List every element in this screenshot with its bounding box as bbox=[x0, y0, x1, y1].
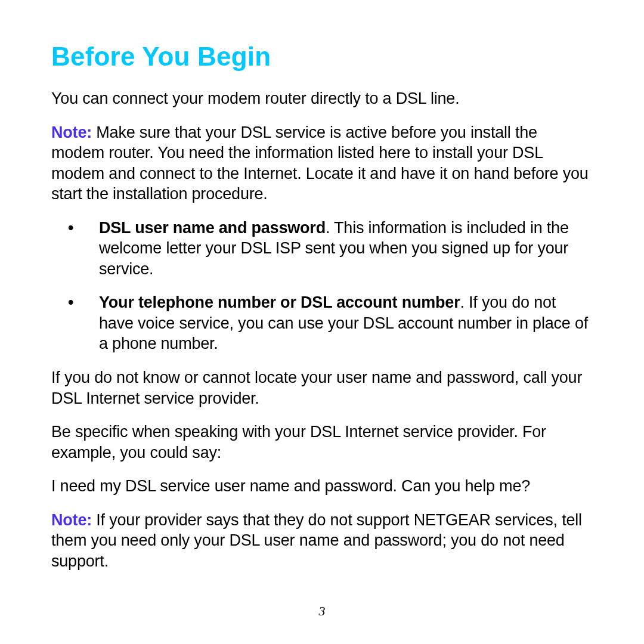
note-text: If your provider says that they do not s… bbox=[51, 511, 582, 570]
list-item: Your telephone number or DSL account num… bbox=[51, 292, 593, 354]
specific-paragraph: Be specific when speaking with your DSL … bbox=[51, 422, 593, 463]
list-item: DSL user name and password. This informa… bbox=[51, 218, 593, 280]
note-label: Note: bbox=[51, 123, 92, 141]
requirements-list: DSL user name and password. This informa… bbox=[51, 218, 593, 354]
note-paragraph-1: Note: Make sure that your DSL service is… bbox=[51, 122, 593, 205]
locate-paragraph: If you do not know or cannot locate your… bbox=[51, 367, 593, 408]
page-number: 3 bbox=[0, 603, 644, 619]
note-paragraph-2: Note: If your provider says that they do… bbox=[51, 510, 593, 572]
note-text: Make sure that your DSL service is activ… bbox=[51, 123, 589, 203]
example-paragraph: I need my DSL service user name and pass… bbox=[51, 476, 593, 497]
list-item-bold: Your telephone number or DSL account num… bbox=[99, 293, 460, 311]
intro-paragraph: You can connect your modem router direct… bbox=[51, 88, 593, 109]
note-label: Note: bbox=[51, 511, 92, 529]
page-title: Before You Begin bbox=[51, 42, 593, 72]
document-page: Before You Begin You can connect your mo… bbox=[0, 0, 644, 644]
list-item-bold: DSL user name and password bbox=[99, 219, 326, 237]
